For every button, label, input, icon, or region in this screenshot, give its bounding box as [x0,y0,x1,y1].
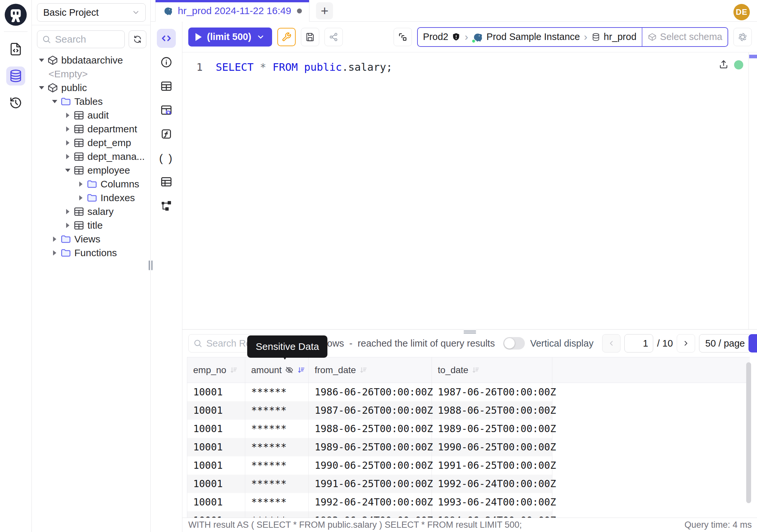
table-cell[interactable]: 10001 [187,475,245,493]
strip-info-button[interactable] [157,53,176,72]
prev-page-button[interactable] [602,334,621,353]
vertical-display-toggle[interactable] [503,337,525,350]
results-scrollbar-thumb[interactable] [746,362,751,503]
save-button[interactable] [301,28,319,46]
column-header-emp_no[interactable]: emp_no [187,358,245,383]
caret-right-icon[interactable] [63,223,72,228]
strip-schema-diagram-button[interactable] [157,196,176,215]
table-cell[interactable]: 1988-06-25T00:00:00Z [432,401,552,420]
table-cell[interactable]: 1988-06-25T00:00:00Z [309,420,432,438]
caret-right-icon[interactable] [50,250,59,256]
new-tab-button[interactable]: + [316,2,333,19]
caret-down-icon[interactable] [37,59,46,62]
table-cell[interactable]: 1989-06-25T00:00:00Z [432,420,552,438]
ai-assistant-button[interactable] [733,28,752,46]
tree-item-public[interactable]: public [32,81,150,95]
tree-item-indexes[interactable]: Indexes [32,191,150,205]
sort-icon[interactable] [359,366,368,374]
table-cell[interactable]: 1987-06-26T00:00:00Z [309,401,432,420]
table-cell[interactable]: 1993-06-24T00:00:00Z [432,493,552,511]
table-cell[interactable]: 10001 [187,438,245,456]
table-cell[interactable]: 1994-06-24T00:00:00Z [432,511,552,518]
page-number-input[interactable]: 1 [624,334,653,353]
caret-right-icon[interactable] [63,126,72,132]
rail-history-button[interactable] [6,93,25,112]
table-cell[interactable]: 1991-06-25T00:00:00Z [432,456,552,475]
bytebase-logo[interactable] [4,3,27,26]
run-query-button[interactable]: (limit 500) [188,27,272,47]
query-options-button[interactable] [277,28,296,46]
sql-editor[interactable]: 1 SELECT * FROM public.salary; [182,52,757,329]
table-cell[interactable]: 1992-06-24T00:00:00Z [309,493,432,511]
table-cell[interactable]: 10001 [187,383,245,401]
table-cell[interactable]: 1992-06-24T00:00:00Z [432,475,552,493]
strip-tables-button[interactable] [157,77,176,96]
tree-item-salary[interactable]: salary [32,205,150,218]
sort-icon[interactable] [471,366,480,374]
tree-item-tables[interactable]: Tables [32,95,150,109]
strip-code-button[interactable] [157,29,176,48]
editor-overview-ruler[interactable] [748,52,757,329]
caret-right-icon[interactable] [50,236,59,242]
tree-item-dept-mana[interactable]: dept_mana... [32,150,150,164]
tree-item-functions[interactable]: Functions [32,246,150,260]
sort-icon[interactable] [229,366,238,374]
table-cell[interactable]: 1990-06-25T00:00:00Z [432,438,552,456]
tree-item-empty[interactable]: <Empty> [32,67,150,81]
table-row[interactable]: 10001******1992-06-24T00:00:00Z1993-06-2… [187,493,750,511]
table-cell[interactable]: 10001 [187,401,245,420]
caret-right-icon[interactable] [76,181,85,187]
strip-masked-data-button[interactable] [157,101,176,120]
tree-item-bbdataarchive[interactable]: bbdataarchive [32,53,150,67]
sidebar-search-input[interactable]: Search [37,30,125,48]
column-header-from_date[interactable]: from_date [309,358,432,383]
table-row[interactable]: 10001******1993-06-24T00:00:00Z1994-06-2… [187,511,750,518]
table-cell[interactable]: ****** [245,475,309,493]
table-cell[interactable]: 10001 [187,420,245,438]
tree-item-department[interactable]: department [32,122,150,136]
table-cell[interactable]: 10001 [187,493,245,511]
table-cell[interactable]: 1989-06-25T00:00:00Z [309,438,432,456]
table-cell[interactable]: ****** [245,493,309,511]
table-cell[interactable]: ****** [245,511,309,518]
caret-right-icon[interactable] [63,113,72,118]
strip-functions-button[interactable] [157,124,176,143]
breadcrumb-connection[interactable]: Prod2 › Prod Sample Instance › [418,28,642,46]
next-page-button[interactable] [677,334,695,353]
table-cell[interactable]: 10001 [187,511,245,518]
caret-right-icon[interactable] [63,209,72,214]
table-row[interactable]: 10001******1989-06-25T00:00:00Z1990-06-2… [187,438,750,456]
table-row[interactable]: 10001******1986-06-26T00:00:00Z1987-06-2… [187,383,750,401]
tree-item-columns[interactable]: Columns [32,177,150,191]
export-edge-button[interactable] [748,334,757,353]
connection-breadcrumb[interactable]: Prod2 › Prod Sample Instance › [417,27,728,47]
rail-worksheets-button[interactable] [6,40,25,59]
table-cell[interactable]: ****** [245,383,309,401]
upload-sql-icon[interactable] [718,59,729,71]
project-selector[interactable]: Basic Project [37,3,146,22]
table-row[interactable]: 10001******1991-06-25T00:00:00Z1992-06-2… [187,475,750,493]
column-header-amount[interactable]: amount [245,358,309,383]
table-cell[interactable]: 1993-06-24T00:00:00Z [309,511,432,518]
results-resize-handle[interactable] [464,329,476,333]
caret-right-icon[interactable] [63,140,72,145]
caret-right-icon[interactable] [63,154,72,159]
page-size-select[interactable]: 50 / page [699,334,751,353]
table-row[interactable]: 10001******1987-06-26T00:00:00Z1988-06-2… [187,401,750,420]
table-cell[interactable]: ****** [245,438,309,456]
tab-hr-prod[interactable]: hr_prod 2024-11-22 16:49 [155,0,309,22]
table-cell[interactable]: 1987-06-26T00:00:00Z [432,383,552,401]
tree-item-views[interactable]: Views [32,232,150,246]
caret-down-icon[interactable] [37,86,46,89]
table-row[interactable]: 10001******1988-06-25T00:00:00Z1989-06-2… [187,420,750,438]
table-cell[interactable]: ****** [245,456,309,475]
tree-item-title[interactable]: title [32,218,150,232]
tree-item-employee[interactable]: employee [32,164,150,177]
table-cell[interactable]: 1990-06-25T00:00:00Z [309,456,432,475]
share-button[interactable] [324,28,343,46]
table-row[interactable]: 10001******1990-06-25T00:00:00Z1991-06-2… [187,456,750,475]
caret-right-icon[interactable] [76,195,85,201]
refresh-schema-button[interactable] [129,30,146,48]
caret-down-icon[interactable] [50,100,59,103]
column-header-to_date[interactable]: to_date [432,358,552,383]
